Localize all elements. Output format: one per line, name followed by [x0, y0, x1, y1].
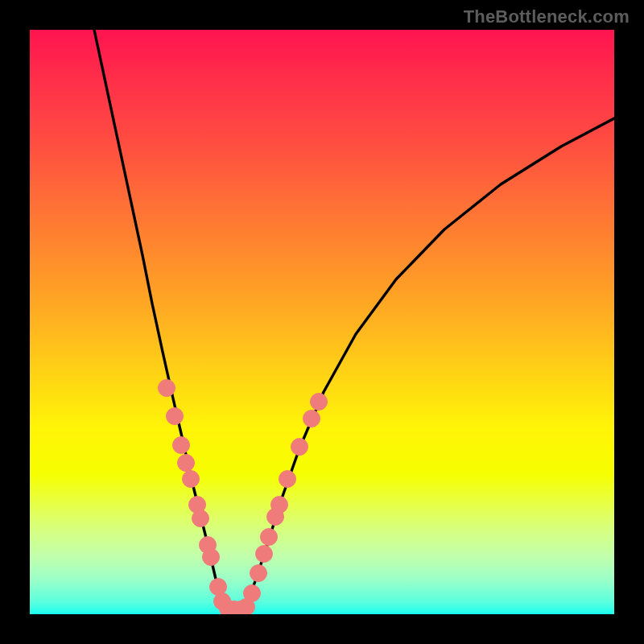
- marker-dot: [244, 585, 261, 602]
- chart-container: TheBottleneck.com: [0, 0, 644, 644]
- marker-dot: [178, 455, 195, 472]
- marker-dot: [311, 394, 328, 411]
- curve-svg: [30, 30, 614, 614]
- marker-dot: [279, 471, 296, 488]
- curve-right-branch: [246, 118, 614, 608]
- marker-dot: [173, 437, 190, 454]
- marker-dot: [203, 549, 220, 566]
- marker-dots: [159, 380, 328, 615]
- marker-dot: [271, 497, 288, 514]
- marker-dot: [261, 529, 278, 546]
- marker-dot: [291, 439, 308, 456]
- marker-dot: [167, 408, 184, 425]
- curve-lines: [94, 30, 614, 609]
- marker-dot: [256, 546, 273, 563]
- marker-dot: [183, 471, 200, 488]
- plot-area: [30, 30, 614, 614]
- marker-dot: [250, 565, 267, 582]
- attribution-text: TheBottleneck.com: [464, 6, 630, 27]
- marker-dot: [159, 380, 175, 397]
- marker-dot: [303, 411, 320, 427]
- marker-dot: [192, 510, 209, 527]
